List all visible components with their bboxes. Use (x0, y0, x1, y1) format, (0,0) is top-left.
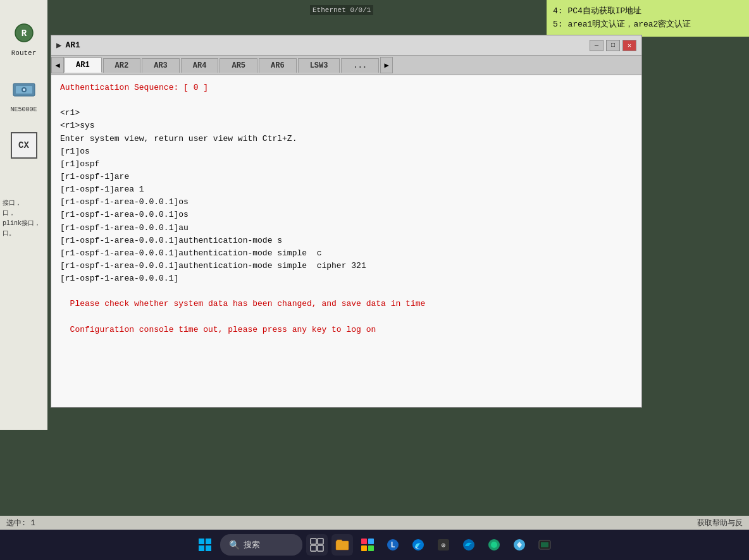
svg-rect-14 (361, 539, 367, 544)
tab-lsw3[interactable]: LSW3 (298, 58, 340, 73)
term-line-2: <r1> (60, 107, 633, 119)
svg-rect-28 (541, 542, 548, 547)
ethernet-label: Ethernet 0/0/1 (310, 5, 373, 15)
tab-ar1[interactable]: AR1 (64, 58, 102, 73)
tab-prev-button[interactable]: ◀ (51, 57, 64, 73)
edge-button[interactable] (407, 534, 429, 556)
selected-bar: 选中: 1 获取帮助与反 (0, 516, 749, 530)
store-button[interactable] (357, 534, 378, 556)
svg-rect-6 (199, 539, 204, 544)
selected-count: 选中: 1 (6, 518, 35, 528)
sidebar-text-1: 接口， (3, 198, 45, 209)
svg-rect-15 (368, 539, 374, 544)
search-icon: 🔍 (229, 540, 240, 551)
term-line-5: [r1]os (60, 145, 633, 158)
notes-panel: 4: PC4自动获取IP地址 5: area1明文认证，area2密文认证 (547, 0, 749, 37)
start-button[interactable] (194, 533, 216, 556)
window-titlebar: ▶ AR1 — □ ✕ (51, 35, 641, 56)
term-line-4: Enter system view, return user view with… (60, 133, 633, 145)
term-line-11: [r1-ospf-1-area-0.0.0.1]au (60, 222, 633, 234)
term-line-19: Configuration console time out, please p… (60, 324, 633, 336)
tab-ar4[interactable]: AR4 (181, 58, 219, 73)
notes-line-2: 5: area1明文认证，area2密文认证 (553, 18, 743, 32)
sidebar-text-2: 口， (3, 209, 45, 219)
svg-text:L: L (390, 541, 395, 550)
svg-text:R: R (21, 28, 27, 39)
svg-rect-8 (199, 545, 204, 551)
term-line-18 (60, 311, 633, 324)
terminal-content[interactable]: Authentication Sequence: [ 0 ] <r1> <r1>… (51, 75, 641, 407)
term-line-1 (60, 94, 633, 107)
restore-button[interactable]: □ (606, 40, 620, 51)
ne5000e-icon (10, 76, 38, 104)
term-line-3: <r1>sys (60, 119, 633, 132)
svg-rect-17 (368, 545, 374, 551)
term-line-9: [r1-ospf-1-area-0.0.0.1]os (60, 196, 633, 209)
sidebar-item-router[interactable]: R Router (10, 19, 38, 57)
sidebar-item-cx[interactable]: CX (11, 132, 37, 159)
term-line-0: Authentication Sequence: [ 0 ] (60, 82, 633, 94)
minimize-button[interactable]: — (590, 40, 604, 51)
tab-ar2[interactable]: AR2 (103, 58, 141, 73)
term-line-12: [r1-ospf-1-area-0.0.0.1]authentication-m… (60, 234, 633, 247)
app4-button[interactable] (483, 534, 505, 556)
tab-ar5[interactable]: AR5 (220, 58, 257, 73)
term-line-14: [r1-ospf-1-area-0.0.0.1]authentication-m… (60, 260, 633, 272)
term-line-16 (60, 285, 633, 298)
svg-rect-9 (206, 545, 211, 551)
window-controls: — □ ✕ (590, 40, 636, 51)
svg-rect-16 (361, 545, 367, 551)
taskbar: 🔍 搜索 L (0, 530, 749, 560)
sidebar-text-3: plink接口， (3, 219, 45, 229)
file-explorer-button[interactable] (331, 534, 353, 556)
ar1-window: ▶ AR1 — □ ✕ ◀ AR1 AR2 AR3 AR4 AR5 AR6 LS… (51, 35, 642, 408)
cx-icon: CX (11, 132, 37, 159)
sidebar-router-label: Router (11, 49, 37, 57)
tab-more[interactable]: ... (341, 58, 379, 73)
tab-next-button[interactable]: ▶ (380, 57, 393, 73)
term-line-17: Please check whether system data has bee… (60, 298, 633, 310)
app6-button[interactable] (534, 534, 555, 556)
svg-rect-12 (311, 545, 316, 551)
search-label: 搜索 (244, 539, 260, 551)
tab-bar: ◀ AR1 AR2 AR3 AR4 AR5 AR6 LSW3 ... ▶ (51, 56, 641, 75)
term-line-8: [r1-ospf-1]area 1 (60, 183, 633, 196)
svg-point-5 (23, 88, 25, 91)
term-line-6: [r1]ospf (60, 158, 633, 171)
sidebar-bottom-text: 接口， 口， plink接口， 口。 (0, 196, 47, 259)
svg-rect-13 (318, 545, 323, 551)
sidebar-item-ne5000e[interactable]: NE5000E (10, 76, 38, 113)
term-line-10: [r1-ospf-1-area-0.0.0.1]os (60, 209, 633, 221)
svg-rect-10 (311, 539, 316, 544)
svg-rect-7 (206, 539, 211, 544)
app2-button[interactable]: ⊕ (433, 534, 454, 556)
sidebar-ne5000e-label: NE5000E (10, 106, 37, 113)
router-icon: R (10, 19, 38, 47)
help-text: 获取帮助与反 (697, 518, 743, 528)
app5-button[interactable] (509, 534, 530, 556)
taskbar-search[interactable]: 🔍 搜索 (220, 534, 302, 556)
window-app-icon: ▶ (56, 40, 61, 51)
app3-button[interactable] (458, 534, 480, 556)
close-button[interactable]: ✕ (622, 40, 636, 51)
term-line-15: [r1-ospf-1-area-0.0.0.1] (60, 272, 633, 285)
tab-ar3[interactable]: AR3 (142, 58, 180, 73)
tab-ar6[interactable]: AR6 (259, 58, 297, 73)
window-title: AR1 (65, 40, 586, 50)
notes-line-1: 4: PC4自动获取IP地址 (553, 5, 743, 18)
svg-rect-11 (318, 539, 323, 544)
term-line-7: [r1-ospf-1]are (60, 171, 633, 183)
sidebar-text-4: 口。 (3, 229, 45, 239)
term-line-13: [r1-ospf-1-area-0.0.0.1]authentication-m… (60, 247, 633, 260)
taskview-button[interactable] (306, 534, 328, 556)
svg-point-25 (491, 542, 497, 548)
svg-text:⊕: ⊕ (442, 542, 446, 549)
app1-button[interactable]: L (382, 534, 404, 556)
